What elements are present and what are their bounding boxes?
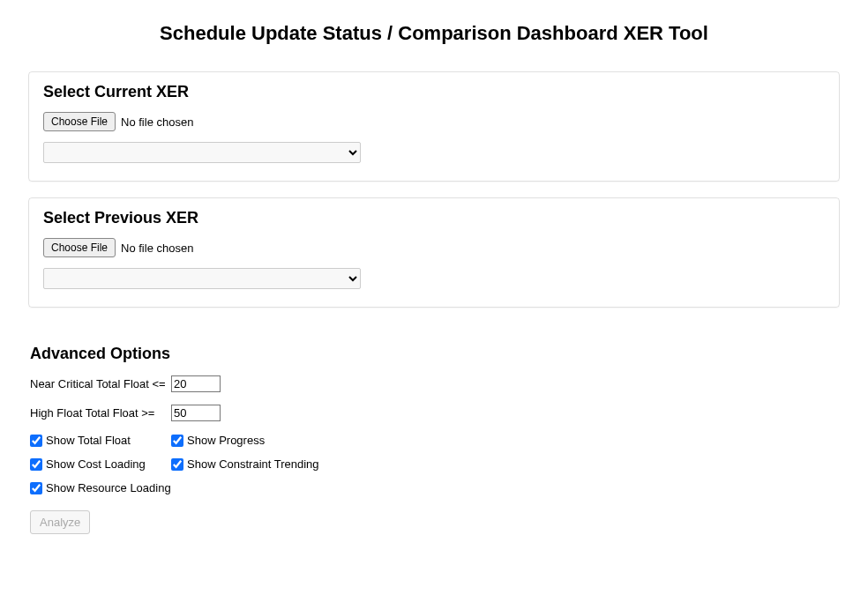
previous-xer-file-row: Choose File No file chosen (43, 238, 825, 257)
checkbox-grid: Show Total Float Show Progress Show Cost… (30, 434, 838, 494)
high-float-row: High Float Total Float >= (30, 405, 838, 421)
show-total-float-label: Show Total Float (46, 434, 131, 447)
show-cost-loading-label: Show Cost Loading (46, 457, 146, 471)
show-resource-loading-item[interactable]: Show Resource Loading (30, 481, 171, 494)
previous-xer-heading: Select Previous XER (43, 209, 825, 227)
near-critical-label: Near Critical Total Float <= (30, 377, 171, 390)
show-resource-loading-checkbox[interactable] (30, 482, 42, 494)
previous-xer-select[interactable] (43, 268, 361, 289)
current-xer-heading: Select Current XER (43, 83, 825, 101)
show-cost-loading-item[interactable]: Show Cost Loading (30, 457, 171, 471)
current-xer-select[interactable] (43, 142, 361, 163)
page-title: Schedule Update Status / Comparison Dash… (28, 22, 840, 45)
current-xer-file-row: Choose File No file chosen (43, 112, 825, 131)
show-constraint-trending-checkbox[interactable] (171, 458, 183, 471)
previous-xer-choose-file-button[interactable]: Choose File (43, 238, 116, 257)
show-constraint-trending-label: Show Constraint Trending (187, 457, 319, 471)
current-xer-card: Select Current XER Choose File No file c… (28, 71, 840, 182)
advanced-options-section: Advanced Options Near Critical Total Flo… (28, 323, 840, 534)
show-progress-item[interactable]: Show Progress (171, 434, 838, 447)
current-xer-file-status: No file chosen (121, 115, 193, 129)
previous-xer-card: Select Previous XER Choose File No file … (28, 197, 840, 308)
current-xer-choose-file-button[interactable]: Choose File (43, 112, 116, 131)
previous-xer-file-status: No file chosen (121, 242, 193, 255)
show-progress-checkbox[interactable] (171, 435, 183, 447)
show-total-float-item[interactable]: Show Total Float (30, 434, 171, 447)
show-resource-loading-label: Show Resource Loading (46, 481, 171, 494)
show-cost-loading-checkbox[interactable] (30, 458, 42, 471)
near-critical-input[interactable] (171, 375, 221, 392)
show-progress-label: Show Progress (187, 434, 265, 447)
high-float-input[interactable] (171, 405, 221, 421)
advanced-options-heading: Advanced Options (30, 345, 838, 363)
show-constraint-trending-item[interactable]: Show Constraint Trending (171, 457, 838, 471)
near-critical-row: Near Critical Total Float <= (30, 375, 838, 392)
high-float-label: High Float Total Float >= (30, 406, 171, 420)
analyze-button[interactable]: Analyze (30, 510, 90, 534)
show-total-float-checkbox[interactable] (30, 435, 42, 447)
